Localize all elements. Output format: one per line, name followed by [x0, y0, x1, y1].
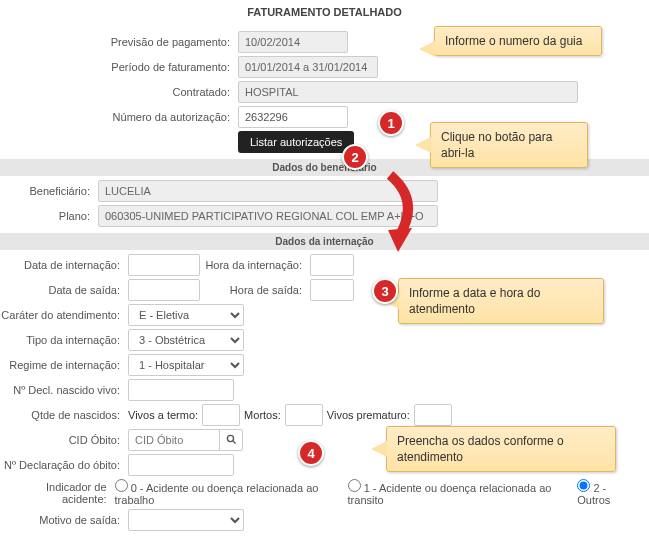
vivos-termo-label: Vivos a termo: [128, 409, 198, 421]
carater-label: Caráter do atendimento: [0, 309, 128, 321]
beneficiario-label: Beneficiário: [4, 185, 98, 197]
radio-0-label[interactable]: 0 - Acidente ou doença relacionada ao tr… [115, 479, 334, 506]
previsao-input [238, 31, 348, 53]
mortos-input[interactable] [285, 404, 323, 426]
data-saida-input[interactable] [128, 279, 200, 301]
decl-obito-input[interactable] [128, 454, 234, 476]
data-internacao-input[interactable] [128, 254, 200, 276]
periodo-input [238, 56, 378, 78]
vivos-prematuro-label: Vivos prematuro: [327, 409, 410, 421]
radio-0-text: 0 - Acidente ou doença relacionada ao tr… [115, 482, 319, 506]
radio-1[interactable] [348, 479, 361, 492]
cid-obito-input[interactable] [128, 429, 220, 451]
radio-1-text: 1 - Acidente ou doença relacionada ao tr… [348, 482, 552, 506]
hora-internacao-label: Hora da internação: [200, 259, 310, 271]
callout-3: Informe a data e hora do atendimento [398, 278, 604, 324]
cid-obito-label: CID Óbito: [0, 434, 128, 446]
hora-saida-input[interactable] [310, 279, 354, 301]
callout-1: Informe o numero da guia [434, 26, 602, 56]
contratado-label: Contratado: [0, 86, 238, 98]
callout-4: Preencha os dados conforme o atendimento [386, 426, 616, 472]
regime-select[interactable]: 1 - Hospitalar [128, 354, 244, 376]
tipo-internacao-select[interactable]: 3 - Obstétrica [128, 329, 244, 351]
svg-marker-2 [388, 228, 412, 252]
contratado-input [238, 81, 578, 103]
previsao-label: Previsão de pagamento: [0, 36, 238, 48]
section-internacao-bar: Dados da internação [0, 233, 649, 250]
carater-select[interactable]: E - Eletiva [128, 304, 244, 326]
plano-label: Plano: [4, 210, 98, 222]
step-circle-1: 1 [378, 110, 404, 136]
cid-search-button[interactable] [219, 429, 243, 451]
qtde-nascidos-label: Qtde de nascidos: [0, 409, 128, 421]
motivo-saida-label: Motivo de saída: [0, 514, 128, 526]
radio-1-label[interactable]: 1 - Acidente ou doença relacionada ao tr… [348, 479, 564, 506]
radio-2[interactable] [577, 479, 590, 492]
step-circle-2: 2 [342, 144, 368, 170]
step-circle-4: 4 [298, 440, 324, 466]
radio-2-label[interactable]: 2 - Outros [577, 479, 635, 506]
hora-internacao-input[interactable] [310, 254, 354, 276]
decl-obito-label: Nº Declaração do óbito: [0, 459, 128, 471]
listar-autorizacoes-button[interactable]: Listar autorizações [238, 131, 354, 153]
hora-saida-label: Hora de saída: [200, 284, 310, 296]
svg-point-0 [227, 435, 233, 441]
svg-line-1 [232, 440, 235, 443]
radio-0[interactable] [115, 479, 128, 492]
decl-nascido-input[interactable] [128, 379, 234, 401]
callout-2: Clique no botão para abri-la [430, 122, 588, 168]
red-arrow-icon [370, 170, 430, 260]
vivos-prematuro-input[interactable] [414, 404, 452, 426]
data-saida-label: Data de saída: [0, 284, 128, 296]
indicador-acidente-label: Indicador de acidente: [0, 481, 115, 505]
tipo-internacao-label: Tipo da internação: [0, 334, 128, 346]
periodo-label: Período de faturamento: [0, 61, 238, 73]
beneficiario-block: Beneficiário: Plano: [0, 180, 649, 227]
regime-label: Regime de internação: [0, 359, 128, 371]
page-title: FATURAMENTO DETALHADO [0, 0, 649, 28]
numauth-label: Número da autorização: [0, 111, 238, 123]
vivos-termo-input[interactable] [202, 404, 240, 426]
motivo-saida-select[interactable] [128, 509, 244, 531]
mortos-label: Mortos: [244, 409, 281, 421]
data-internacao-label: Data de internação: [0, 259, 128, 271]
numauth-input[interactable] [238, 106, 348, 128]
decl-nascido-label: Nº Decl. nascido vivo: [0, 384, 128, 396]
step-circle-3: 3 [372, 278, 398, 304]
search-icon [226, 434, 237, 447]
